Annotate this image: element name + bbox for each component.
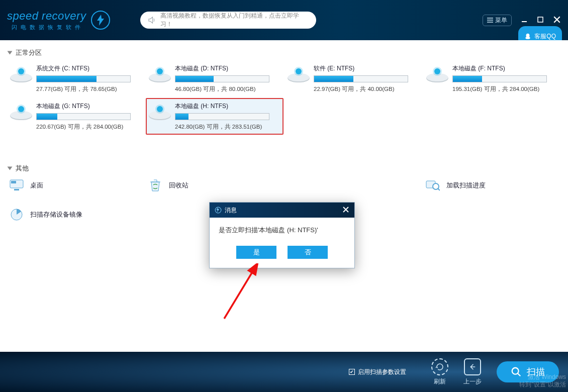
disclosure-triangle-icon: [8, 51, 13, 55]
partition-title: 本地磁盘 (D: NTFS): [175, 64, 280, 73]
other-item-pie[interactable]: 扫描存储设备镜像: [7, 205, 145, 224]
svg-point-10: [512, 368, 519, 374]
refresh-icon: [435, 362, 444, 371]
other-title: 其他: [16, 164, 29, 173]
desktop-icon: [9, 178, 24, 193]
partitions-grid: 系统文件 (C: NTFS)27.77(GB) 可用，共 78.65(GB)本地…: [7, 60, 561, 135]
partition-title: 软件 (E: NTFS): [314, 64, 419, 73]
menu-icon: [487, 18, 493, 23]
partition-usage: 22.97(GB) 可用，共 40.00(GB): [314, 85, 419, 93]
partition-item[interactable]: 本地磁盘 (F: NTFS)195.31(GB) 可用，共 284.00(GB): [423, 60, 561, 97]
other-item-label: 桌面: [30, 181, 43, 190]
qq-icon: [524, 33, 531, 40]
disk-icon: [149, 65, 171, 82]
scan-button[interactable]: 扫描: [497, 361, 559, 382]
svg-rect-4: [11, 181, 16, 183]
dialog-close-button[interactable]: [342, 206, 349, 215]
partition-title: 系统文件 (C: NTFS): [36, 64, 142, 73]
close-icon: [342, 206, 349, 213]
maximize-button[interactable]: [537, 16, 544, 25]
back-button[interactable]: 上一步: [463, 358, 482, 386]
dialog-actions: 是 否: [210, 239, 354, 268]
info-icon: [215, 207, 222, 214]
logo-subtitle: 闪 电 数 据 恢 复 软 件: [12, 24, 81, 31]
partition-usage: 27.77(GB) 可用，共 78.65(GB): [36, 85, 142, 93]
disk-icon: [149, 103, 171, 120]
partition-usage: 242.80(GB) 可用，共 283.51(GB): [175, 123, 280, 131]
checkbox-icon: ✔: [349, 369, 355, 375]
speaker-icon: [147, 16, 156, 25]
dialog-no-button[interactable]: 否: [288, 246, 328, 259]
partition-item[interactable]: 本地磁盘 (H: NTFS)242.80(GB) 可用，共 283.51(GB): [146, 98, 283, 135]
usage-bar: [452, 75, 547, 82]
disk-icon: [288, 65, 310, 82]
dialog-message: 是否立即扫描'本地磁盘 (H: NTFS)': [210, 218, 354, 239]
app-window: speed recovery 闪 电 数 据 恢 复 软 件 高清视频教程，数据…: [0, 0, 568, 392]
normal-partitions-title: 正常分区: [16, 48, 42, 57]
partition-item[interactable]: 本地磁盘 (G: NTFS)220.67(GB) 可用，共 284.00(GB): [7, 98, 145, 135]
disk-icon: [10, 103, 32, 120]
search-icon: [511, 366, 522, 377]
recycle-icon: [148, 178, 163, 193]
disk-icon: [426, 65, 448, 82]
title-bar: speed recovery 闪 电 数 据 恢 复 软 件 高清视频教程，数据…: [0, 0, 568, 40]
other-item-label: 加载扫描进度: [446, 181, 486, 190]
minimize-button[interactable]: [521, 16, 528, 25]
bolt-icon: [91, 11, 110, 30]
window-controls: 菜单: [483, 15, 561, 26]
partition-usage: 195.31(GB) 可用，共 284.00(GB): [452, 85, 558, 93]
other-header[interactable]: 其他: [8, 164, 561, 173]
dialog-title: 消息: [225, 206, 237, 215]
other-item-label: 回收站: [169, 181, 188, 190]
usage-bar: [314, 75, 408, 82]
disclosure-triangle-icon: [8, 167, 13, 170]
confirm-dialog: 消息 是否立即扫描'本地磁盘 (H: NTFS)' 是 否: [209, 202, 355, 268]
logo-title: speed recovery: [7, 10, 86, 23]
tutorial-banner[interactable]: 高清视频教程，数据恢复从入门到精通，点击立即学习！: [140, 12, 316, 29]
partition-usage: 46.80(GB) 可用，共 80.00(GB): [175, 85, 280, 93]
usage-bar: [36, 75, 131, 82]
normal-partitions-header[interactable]: 正常分区: [8, 48, 561, 57]
partition-title: 本地磁盘 (F: NTFS): [452, 64, 558, 73]
main-content: 正常分区 系统文件 (C: NTFS)27.77(GB) 可用，共 78.65(…: [0, 40, 568, 352]
other-item-label: 扫描存储设备镜像: [30, 210, 82, 219]
annotation-arrow: [214, 263, 274, 324]
partition-title: 本地磁盘 (H: NTFS): [175, 102, 280, 111]
dialog-titlebar: 消息: [210, 203, 354, 218]
partition-item[interactable]: 软件 (E: NTFS)22.97(GB) 可用，共 40.00(GB): [285, 60, 422, 97]
tutorial-text: 高清视频教程，数据恢复从入门到精通，点击立即学习！: [160, 12, 309, 29]
usage-bar: [175, 75, 269, 82]
svg-rect-0: [538, 17, 543, 22]
partition-title: 本地磁盘 (G: NTFS): [36, 102, 142, 111]
pie-icon: [9, 207, 24, 222]
menu-button[interactable]: 菜单: [483, 15, 512, 26]
partition-item[interactable]: 本地磁盘 (D: NTFS)46.80(GB) 可用，共 80.00(GB): [146, 60, 283, 97]
app-logo: speed recovery 闪 电 数 据 恢 复 软 件: [7, 10, 110, 31]
partition-item[interactable]: 系统文件 (C: NTFS)27.77(GB) 可用，共 78.65(GB): [7, 60, 145, 97]
usage-bar: [175, 113, 269, 120]
disk-icon: [10, 65, 32, 82]
refresh-button[interactable]: 刷新: [431, 358, 448, 386]
usage-bar: [36, 113, 131, 120]
scan-params-checkbox[interactable]: ✔ 启用扫描参数设置: [349, 368, 406, 376]
back-icon: [468, 362, 477, 371]
partition-usage: 220.67(GB) 可用，共 284.00(GB): [36, 123, 142, 131]
close-button[interactable]: [553, 16, 561, 25]
footer-bar: ✔ 启用扫描参数设置 刷新 上一步 扫描 激活 Windows 转到"设置"以激…: [0, 352, 568, 392]
search-icon: [425, 178, 440, 193]
svg-rect-5: [14, 189, 19, 190]
other-item-desktop[interactable]: 桌面: [7, 176, 145, 195]
dialog-yes-button[interactable]: 是: [236, 246, 276, 259]
svg-point-2: [526, 37, 530, 39]
other-item-search[interactable]: 加载扫描进度: [423, 176, 561, 195]
other-item-recycle[interactable]: 回收站: [146, 176, 283, 195]
